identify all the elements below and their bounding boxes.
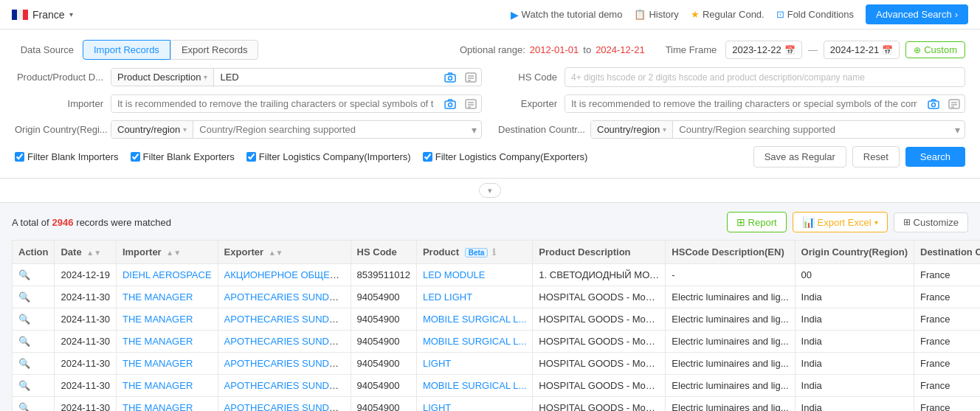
cell-exporter-4[interactable]: APOTHECARIES SUNDRIES MFG PRI... [218, 353, 351, 375]
camera-icon-exporter[interactable] [923, 98, 944, 110]
cell-action-3[interactable]: 🔍 [13, 331, 55, 353]
timeframe-label: Time Frame [666, 44, 717, 55]
cell-dest-6: France [914, 397, 981, 411]
dest-country-select[interactable]: Country/region ▾ [591, 121, 673, 138]
filter-blank-importers-checkbox[interactable]: Filter Blank Importers [15, 151, 119, 162]
export-excel-button[interactable]: 📊 Export Excel ▾ [793, 212, 888, 232]
cell-product-3[interactable]: MOBILE SURGICAL L... [416, 331, 532, 353]
th-action: Action [13, 241, 55, 264]
camera-icon[interactable] [440, 72, 460, 83]
product-select[interactable]: Product Description ▾ [111, 69, 214, 86]
cell-product-5[interactable]: MOBILE SURGICAL L... [416, 375, 532, 397]
origin-country-input[interactable] [193, 121, 467, 138]
fold-conditions-link[interactable]: ⊡ Fold Conditions [776, 9, 854, 20]
cell-exporter-6[interactable]: APOTHECARIES SUNDRIES MFG PRI... [218, 397, 351, 411]
filter-logistics-exporters-checkbox[interactable]: Filter Logistics Company(Exporters) [423, 151, 588, 162]
origin-country-select[interactable]: Country/region ▾ [111, 121, 193, 138]
cell-action-6[interactable]: 🔍 [13, 397, 55, 411]
cell-product-4[interactable]: LIGHT [416, 353, 532, 375]
filter-blank-exporters-checkbox[interactable]: Filter Blank Exporters [131, 151, 235, 162]
top-navigation: France ▾ ▶ Watch the tutorial demo 📋 His… [0, 0, 980, 30]
regular-cond-link[interactable]: ★ Regular Cond. [691, 9, 765, 20]
importer-input[interactable] [111, 95, 440, 112]
product-section: Product/Product D... Product Description… [15, 68, 482, 86]
row-search-icon-1[interactable]: 🔍 [18, 291, 30, 303]
info-icon-product[interactable]: ℹ [492, 247, 496, 258]
list-icon-importer[interactable] [460, 98, 481, 110]
collapse-button[interactable]: ▾ [479, 183, 501, 198]
exporter-input[interactable] [565, 95, 923, 112]
camera-icon-importer[interactable] [440, 98, 460, 110]
th-importer[interactable]: Importer ▲▼ [116, 241, 218, 264]
cell-action-5[interactable]: 🔍 [13, 375, 55, 397]
cell-importer-4[interactable]: THE MANAGER [116, 353, 218, 375]
cell-product-desc-0: 1. СВЕТОДИОДНЫЙ МОД... [533, 264, 666, 286]
reset-button[interactable]: Reset [852, 146, 900, 167]
report-button[interactable]: ⊞ Report [727, 212, 787, 232]
calendar-icon-2: 📅 [882, 45, 893, 55]
origin-dropdown-icon[interactable]: ▾ [467, 124, 481, 136]
cell-action-0[interactable]: 🔍 [13, 264, 55, 286]
dest-dropdown-icon[interactable]: ▾ [950, 124, 965, 136]
cell-importer-0[interactable]: DIEHL AEROSPACE [116, 264, 218, 286]
search-button[interactable]: Search [905, 147, 965, 167]
cell-importer-6[interactable]: THE MANAGER [116, 397, 218, 411]
tutorial-link[interactable]: ▶ Watch the tutorial demo [511, 9, 623, 21]
product-search-input[interactable] [214, 69, 440, 86]
import-records-tab[interactable]: Import Records [83, 40, 170, 60]
cell-importer-5[interactable]: THE MANAGER [116, 375, 218, 397]
custom-button[interactable]: ⊕ Custom [905, 41, 965, 58]
row-search-icon-4[interactable]: 🔍 [18, 358, 30, 369]
row-search-icon-2[interactable]: 🔍 [18, 314, 30, 325]
th-date[interactable]: Date ▲▼ [55, 241, 117, 264]
save-as-regular-button[interactable]: Save as Regular [753, 146, 846, 167]
table-row: 🔍 2024-11-30 THE MANAGER APOTHECARIES SU… [13, 308, 981, 331]
cell-exporter-1[interactable]: APOTHECARIES SUNDRIES MFG PRI... [218, 286, 351, 308]
export-records-tab[interactable]: Export Records [170, 40, 259, 60]
customize-button[interactable]: ⊞ Customize [894, 213, 968, 232]
cell-product-desc-2: HOSPITAL GOODS - Mobile... [533, 308, 666, 331]
exporter-section: Exporter [498, 94, 965, 113]
cell-product-0[interactable]: LED MODULE [416, 264, 532, 286]
svg-point-4 [449, 76, 452, 80]
cell-importer-3[interactable]: THE MANAGER [116, 331, 218, 353]
chevron-icon-dest: ▾ [663, 125, 666, 134]
importer-input-group [111, 94, 482, 113]
cell-importer-2[interactable]: THE MANAGER [116, 308, 218, 331]
th-exporter[interactable]: Exporter ▲▼ [218, 241, 351, 264]
cell-exporter-2[interactable]: APOTHECARIES SUNDRIES MFG PRI... [218, 308, 351, 331]
row-search-icon-5[interactable]: 🔍 [18, 380, 30, 391]
cell-product-2[interactable]: MOBILE SURGICAL L... [416, 308, 532, 331]
filter-logistics-importers-checkbox[interactable]: Filter Logistics Company(Importers) [246, 151, 411, 162]
timeframe-start-input[interactable]: 2023-12-22 📅 [725, 41, 802, 59]
cell-product-1[interactable]: LED LIGHT [416, 286, 532, 308]
cell-date-4: 2024-11-30 [55, 353, 117, 375]
list-icon[interactable] [460, 72, 481, 83]
hscode-input[interactable] [565, 67, 965, 87]
row-search-icon-0[interactable]: 🔍 [18, 269, 30, 280]
cell-exporter-3[interactable]: APOTHECARIES SUNDRIES MFG PRI... [218, 331, 351, 353]
table-row: 🔍 2024-11-30 THE MANAGER APOTHECARIES SU… [13, 331, 981, 353]
cell-exporter-5[interactable]: APOTHECARIES SUNDRIES MFG PRI... [218, 375, 351, 397]
history-link[interactable]: 📋 History [634, 9, 678, 20]
chevron-icon-origin: ▾ [183, 125, 187, 134]
dest-country-input[interactable] [673, 121, 950, 138]
list-icon-exporter[interactable] [944, 98, 965, 110]
row-origin-dest: Origin Country(Regi... Country/region ▾ … [15, 120, 965, 139]
country-selector[interactable]: France ▾ [12, 9, 73, 21]
cell-importer-1[interactable]: THE MANAGER [116, 286, 218, 308]
th-dest-country: Destination Country(Regi... [914, 241, 981, 264]
svg-point-16 [932, 103, 936, 106]
cell-origin-3: India [795, 331, 914, 353]
cell-action-4[interactable]: 🔍 [13, 353, 55, 375]
row-search-icon-3[interactable]: 🔍 [18, 336, 30, 347]
cell-product-desc-1: HOSPITAL GOODS - Mobile... [533, 286, 666, 308]
cell-product-6[interactable]: LIGHT [416, 397, 532, 411]
row-search-icon-6[interactable]: 🔍 [18, 402, 30, 411]
product-input-group: Product Description ▾ [111, 68, 482, 86]
cell-action-1[interactable]: 🔍 [13, 286, 55, 308]
cell-action-2[interactable]: 🔍 [13, 308, 55, 331]
cell-exporter-0[interactable]: АКЦИОНЕРНОЕ ОБЩЕСТВО ЭЙР А... [218, 264, 351, 286]
advanced-search-button[interactable]: Advanced Search › [866, 4, 968, 24]
timeframe-end-input[interactable]: 2024-12-21 📅 [824, 41, 900, 59]
